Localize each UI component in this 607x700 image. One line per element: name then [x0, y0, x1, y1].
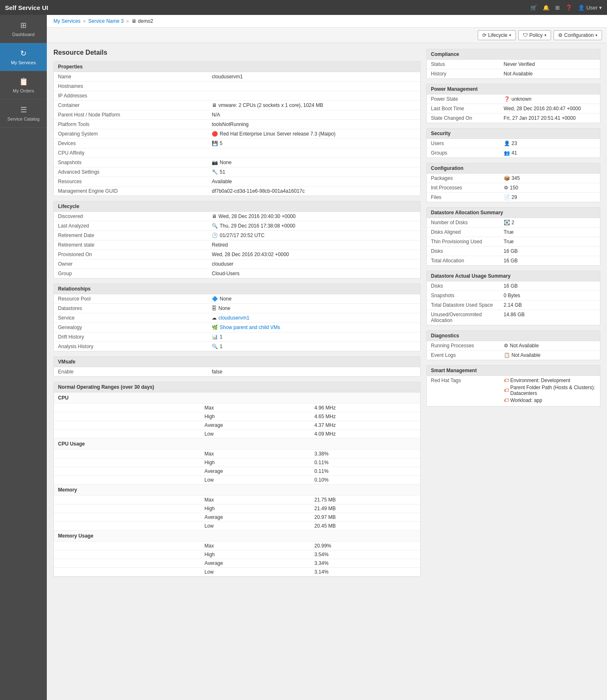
row-value [208, 82, 420, 91]
sidebar-item-my-services[interactable]: ↻ My Services [0, 43, 47, 71]
sidebar-item-label: My Services [11, 60, 36, 65]
table-row: GroupCloud-Users [54, 269, 420, 279]
breadcrumb-current: 🖥 demo2 [131, 18, 153, 24]
row-label: Drift History [54, 332, 208, 342]
vmsafe-section: VMsafe Enablefalse [53, 356, 421, 377]
row-label: Event Logs [427, 351, 500, 360]
row-value: 📋Not Available [500, 351, 600, 360]
sidebar-item-my-orders[interactable]: 📋 My Orders [0, 71, 47, 99]
sidebar-item-service-catalog[interactable]: ☰ Service Catalog [0, 99, 47, 128]
row-label: Genealogy [54, 323, 208, 332]
row-label: Group [54, 269, 208, 279]
table-row: Last Boot TimeWed, 28 Dec 2016 20:40:47 … [427, 104, 600, 114]
row-value: 2.14 GB [500, 300, 600, 310]
row-label: Number of Disks [427, 218, 500, 228]
row-label: Files [427, 193, 500, 202]
configuration-button[interactable]: ⚙ Configuration ▾ [554, 30, 602, 40]
nor-data-row: High4.65 MHz [54, 412, 420, 421]
row-value: 16 GB [500, 281, 600, 291]
table-row: Thin Provisioning UsedTrue [427, 237, 600, 247]
log-icon: 📋 [504, 352, 510, 358]
table-row: Service☁clouduservm1 [54, 313, 420, 323]
nor-header: Normal Operating Ranges (over 30 days) [54, 382, 420, 392]
nor-metric-value: 0.11% [310, 467, 420, 476]
row-value: True [500, 228, 600, 237]
genealogy-icon: 🌿 [212, 325, 218, 330]
table-row: IP Addresses [54, 91, 420, 101]
row-label: History [427, 69, 500, 79]
row-label: CPU Affinity [54, 148, 208, 158]
lifecycle-button[interactable]: ⟳ Lifecycle ▾ [478, 30, 516, 40]
nor-metric-value: 20.99% [310, 542, 420, 550]
row-label: Retirement Date [54, 231, 208, 240]
row-label: Retirement state [54, 240, 208, 250]
grid-icon[interactable]: ⊞ [555, 5, 560, 11]
tag-icon: 🏷 [504, 378, 509, 383]
breadcrumb-my-services[interactable]: My Services [53, 18, 80, 24]
row-label: Snapshots [427, 291, 500, 300]
nor-table: CPUMax4.96 MHzHigh4.65 MHzAverage4.37 MH… [54, 392, 420, 576]
search-icon: 🔍 [212, 223, 218, 229]
sidebar-item-dashboard[interactable]: ⊞ Dashboard [0, 15, 47, 43]
row-value: 📦345 [500, 174, 600, 183]
smart-management-table: Red Hat Tags🏷Environment: Development🏷Pa… [427, 376, 600, 406]
policy-button[interactable]: 🛡 Policy ▾ [518, 30, 551, 40]
row-label: Advanced Settings [54, 167, 208, 177]
table-row: Power State❓unknown [427, 94, 600, 104]
nor-metric-label: High [201, 550, 310, 559]
row-label: Thin Provisioning Used [427, 237, 500, 247]
nor-metric-value: 3.14% [310, 568, 420, 576]
relationships-section: Relationships Resource Pool🔷NoneDatastor… [53, 283, 421, 351]
help-icon[interactable]: ❓ [566, 5, 572, 11]
row-value: 🔷None [208, 294, 420, 304]
diagnostics-section: Diagnostics Running Processes⚙Not Availa… [426, 330, 600, 360]
user-menu[interactable]: 👤 User ▾ [578, 5, 602, 11]
nor-metric-value: 21.75 MB [310, 496, 420, 504]
row-label: Enable [54, 367, 208, 376]
analysis-icon: 🔍 [212, 344, 218, 349]
row-value: 🔧51 [208, 167, 420, 177]
nor-metric-label: Max [201, 496, 310, 504]
row-value: 📷None [208, 158, 420, 167]
bell-icon[interactable]: 🔔 [543, 5, 549, 11]
table-row: Snapshots0 Bytes [427, 291, 600, 300]
table-row: Datastores🗄None [54, 304, 420, 313]
cart-icon[interactable]: 🛒 [530, 5, 537, 11]
row-label: Service [54, 313, 208, 323]
table-row: Devices💾5 [54, 139, 420, 148]
row-label: Disks Aligned [427, 228, 500, 237]
table-row: CPU Affinity [54, 148, 420, 158]
row-label: Disks [427, 281, 500, 291]
tag-item: 🏷Parent Folder Path (Hosts & Clusters): … [504, 385, 596, 396]
row-value: Wed, 28 Dec 2016 20:43:02 +0000 [208, 250, 420, 259]
breadcrumb-service-name[interactable]: Service Name 3 [88, 18, 123, 24]
nor-metric-label: Low [201, 476, 310, 484]
table-row: Number of Disks💽2 [427, 218, 600, 228]
nor-data-row: High21.49 MB [54, 504, 420, 513]
table-row: Last Analyzed🔍Thu, 29 Dec 2016 17:38:08 … [54, 221, 420, 231]
row-label: Owner [54, 259, 208, 269]
row-value: toolsNotRunning [208, 120, 420, 129]
lifecycle-table: Discovered🖥Wed, 28 Dec 2016 20:40:30 +00… [54, 212, 420, 278]
security-table: Users👤23Groups👥41 [427, 139, 600, 157]
row-label: Init Processes [427, 183, 500, 193]
compliance-table: StatusNever VerifiedHistoryNot Available [427, 60, 600, 78]
row-label: Datastores [54, 304, 208, 313]
clock-icon: 🕐 [212, 233, 218, 238]
row-value: ☁clouduservm1 [208, 313, 420, 323]
table-row: Operating System🔴Red Hat Enterprise Linu… [54, 129, 420, 139]
table-row: Resource Pool🔷None [54, 294, 420, 304]
datastore-allocation-table: Number of Disks💽2Disks AlignedTrueThin P… [427, 218, 600, 265]
lifecycle-caret: ▾ [509, 33, 511, 37]
row-value: 16 GB [500, 256, 600, 266]
table-row: Groups👥41 [427, 148, 600, 158]
file-icon: 📄 [504, 194, 510, 200]
row-value: 🔍Thu, 29 Dec 2016 17:38:08 +0000 [208, 221, 420, 231]
row-value: clouduser [208, 259, 420, 269]
table-row: Management Engine GUIDdf7b0a02-cd3d-11e6… [54, 187, 420, 196]
nor-category-row: CPU [54, 392, 420, 404]
datastore-actual-table: Disks16 GBSnapshots0 BytesTotal Datastor… [427, 281, 600, 325]
user-icon: 👤 [504, 140, 510, 146]
table-row: Hostnames [54, 82, 420, 91]
row-value: 👤23 [500, 139, 600, 148]
